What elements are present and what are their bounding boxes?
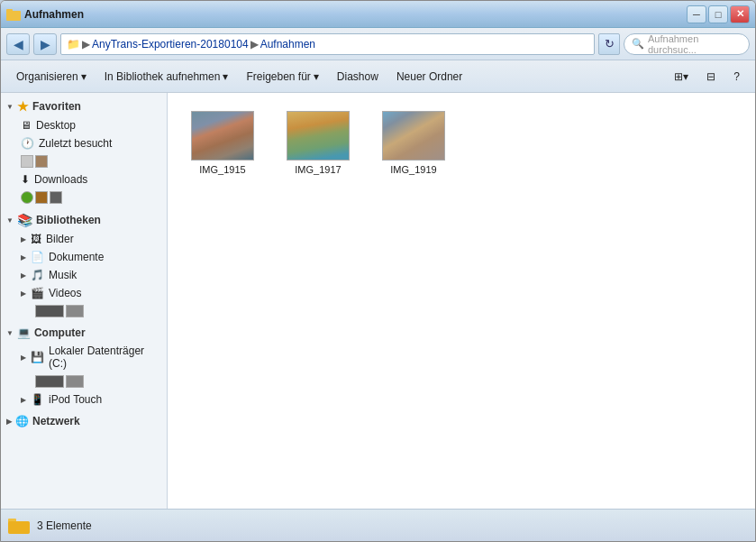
colored-sq-1 — [21, 155, 33, 168]
breadcrumb-icon: 📁 — [67, 38, 80, 51]
dark-sq-1 — [35, 305, 64, 317]
new-folder-label: Neuer Ordner — [396, 70, 462, 83]
music-expand-icon: ▶ — [21, 271, 26, 280]
drive-expand-icon: ▶ — [21, 354, 26, 362]
library-button[interactable]: In Bibliothek aufnehmen ▾ — [96, 65, 237, 88]
library-label: In Bibliothek aufnehmen — [105, 70, 221, 83]
organize-button[interactable]: Organisieren ▾ — [8, 65, 95, 88]
favorites-label: Favoriten — [32, 100, 81, 113]
images-expand-icon: ▶ — [21, 235, 26, 243]
file-item-0[interactable]: IMG_1915 — [182, 107, 263, 179]
photo-img-0 — [192, 112, 253, 160]
toolbar: Organisieren ▾ In Bibliothek aufnehmen ▾… — [1, 60, 755, 93]
sidebar-item-videos[interactable]: ▶ 🎬 Videos — [1, 284, 167, 302]
thumbnail-2 — [382, 111, 445, 161]
sidebar-item-drive-colored — [1, 372, 167, 390]
new-folder-button[interactable]: Neuer Ordner — [388, 65, 470, 88]
file-item-2[interactable]: IMG_1919 — [373, 107, 454, 179]
slideshow-label: Diashow — [337, 70, 378, 83]
sidebar-item-recent[interactable]: 🕐 Zuletzt besucht — [1, 134, 167, 152]
organize-label: Organisieren — [16, 70, 78, 83]
sidebar: ▼ ★ Favoriten 🖥 Desktop 🕐 Zuletzt besuch… — [1, 93, 168, 509]
sidebar-item-colored-icons — [1, 188, 167, 207]
dark-sq-2 — [66, 305, 84, 317]
view-toggle-button[interactable]: ⊞▾ — [666, 65, 697, 88]
status-folder-icon — [8, 517, 30, 535]
title-bar: Aufnahmen ─ □ ✕ — [1, 1, 755, 28]
network-header[interactable]: ▶ 🌐 Netzwerk — [1, 412, 167, 430]
documents-label: Dokumente — [49, 251, 104, 263]
sidebar-item-images[interactable]: ▶ 🖼 Bilder — [1, 230, 167, 248]
local-drive-label: Lokaler Datenträger (C:) — [49, 344, 161, 370]
colored-sq-2 — [35, 155, 48, 168]
maximize-button[interactable]: □ — [708, 5, 728, 23]
breadcrumb-sep2: ▶ — [250, 38, 259, 51]
drive-sq-2 — [66, 375, 84, 388]
folder-title-icon — [6, 7, 21, 22]
file-label-1: IMG_1917 — [295, 164, 341, 175]
file-view: IMG_1915 IMG_1917 IMG_1919 — [168, 93, 755, 509]
search-box[interactable]: 🔍 Aufnahmen durchsuc... — [624, 33, 750, 55]
breadcrumb-sep1: ▶ — [82, 38, 90, 51]
documents-icon: 📄 — [31, 251, 44, 263]
sidebar-item-local-drive[interactable]: ▶ 💾 Lokaler Datenträger (C:) — [1, 342, 167, 372]
libraries-triangle: ▼ — [6, 216, 14, 225]
svg-rect-4 — [8, 521, 30, 534]
address-bar: ◀ ▶ 📁 ▶ AnyTrans-Exportieren-20180104 ▶ … — [1, 28, 755, 60]
desktop-icon: 🖥 — [21, 119, 32, 132]
videos-icon: 🎬 — [31, 287, 44, 299]
sidebar-item-downloads[interactable]: ⬇ Downloads — [1, 170, 167, 188]
sidebar-item-music[interactable]: ▶ 🎵 Musik — [1, 266, 167, 284]
computer-header[interactable]: ▼ 💻 Computer — [1, 324, 167, 342]
breadcrumb-bar[interactable]: 📁 ▶ AnyTrans-Exportieren-20180104 ▶ Aufn… — [60, 33, 595, 55]
refresh-button[interactable]: ↻ — [598, 33, 620, 55]
main-content: ▼ ★ Favoriten 🖥 Desktop 🕐 Zuletzt besuch… — [1, 93, 755, 509]
sidebar-item-folder-colored — [1, 152, 167, 170]
help-button[interactable]: ? — [725, 65, 748, 88]
sidebar-item-desktop[interactable]: 🖥 Desktop — [1, 116, 167, 134]
forward-button[interactable]: ▶ — [33, 33, 57, 55]
search-icon: 🔍 — [632, 38, 644, 50]
desktop-label: Desktop — [36, 119, 76, 132]
title-bar-controls: ─ □ ✕ — [687, 5, 750, 23]
slideshow-button[interactable]: Diashow — [329, 65, 387, 88]
favorites-triangle: ▼ — [6, 103, 14, 111]
network-label: Netzwerk — [32, 415, 80, 427]
sidebar-item-documents[interactable]: ▶ 📄 Dokumente — [1, 248, 167, 266]
sidebar-item-colored-row2 — [1, 302, 167, 320]
details-pane-button[interactable]: ⊟ — [698, 65, 724, 88]
file-label-2: IMG_1919 — [390, 164, 436, 175]
ipod-icon: 📱 — [31, 393, 44, 406]
search-placeholder: Aufnahmen durchsuc... — [648, 33, 742, 55]
thumbnail-0 — [191, 111, 254, 161]
recent-icon: 🕐 — [21, 137, 34, 150]
share-label: Freigeben für — [246, 70, 310, 83]
libraries-header[interactable]: ▼ 📚 Bibliotheken — [1, 210, 167, 230]
close-button[interactable]: ✕ — [730, 5, 750, 23]
photo-img-2 — [383, 112, 444, 160]
status-count: 3 Elemente — [37, 519, 92, 532]
videos-expand-icon: ▶ — [21, 289, 26, 298]
libraries-icon: 📚 — [17, 213, 32, 227]
local-drive-icon: 💾 — [31, 351, 44, 363]
sidebar-item-ipod[interactable]: ▶ 📱 iPod Touch — [1, 390, 167, 409]
breadcrumb-aufnahmen[interactable]: Aufnahmen — [260, 38, 315, 51]
favorites-header[interactable]: ▼ ★ Favoriten — [1, 96, 167, 116]
breadcrumb-anytrans[interactable]: AnyTrans-Exportieren-20180104 — [92, 38, 249, 51]
title-bar-left: Aufnahmen — [6, 7, 84, 22]
back-button[interactable]: ◀ — [6, 33, 30, 55]
images-label: Bilder — [46, 233, 74, 245]
music-label: Musik — [49, 269, 77, 281]
libraries-label: Bibliotheken — [36, 214, 101, 226]
minimize-button[interactable]: ─ — [687, 5, 706, 23]
downloads-label: Downloads — [34, 173, 87, 186]
music-icon: 🎵 — [31, 269, 44, 281]
share-button[interactable]: Freigeben für ▾ — [238, 65, 326, 88]
favorites-star-icon: ★ — [17, 99, 29, 114]
computer-section: ▼ 💻 Computer ▶ 💾 Lokaler Datenträger (C:… — [1, 324, 167, 409]
computer-label: Computer — [34, 326, 86, 339]
colored-icon-2 — [35, 191, 48, 204]
file-item-1[interactable]: IMG_1917 — [278, 107, 359, 179]
library-chevron-icon: ▾ — [223, 70, 228, 83]
docs-expand-icon: ▶ — [21, 253, 26, 262]
